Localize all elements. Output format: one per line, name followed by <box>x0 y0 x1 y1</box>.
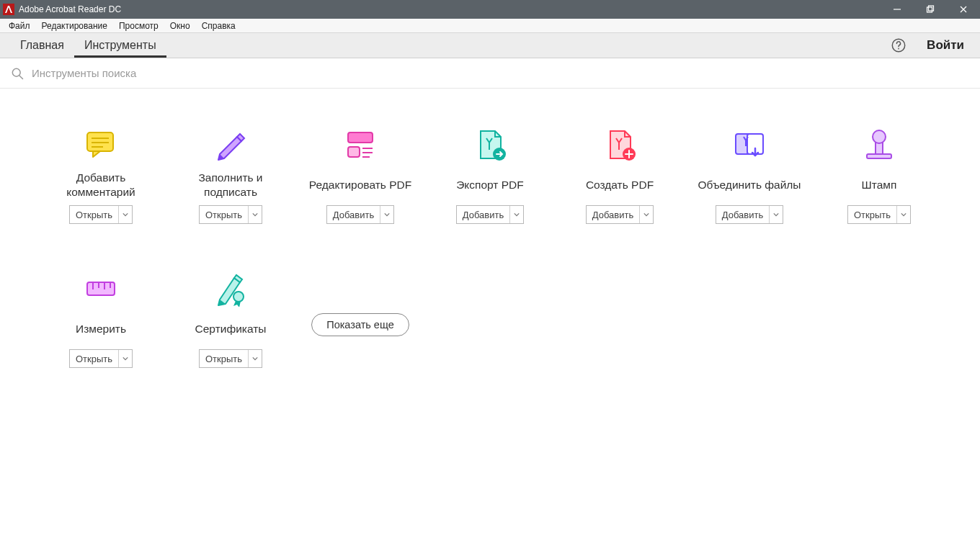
tool-action-button[interactable]: Открыть <box>199 349 262 368</box>
tool-action-label[interactable]: Открыть <box>200 350 249 367</box>
help-icon[interactable] <box>886 33 911 58</box>
tool-create-pdf: Создать PDFДобавить <box>555 122 685 266</box>
svg-point-27 <box>12 68 20 76</box>
tool-label: Штамп <box>858 171 901 199</box>
create-pdf-icon <box>602 125 638 165</box>
edit-pdf-icon <box>342 125 378 165</box>
show-more-wrap: Показать еще <box>295 266 425 410</box>
chevron-down-icon[interactable] <box>510 206 523 223</box>
export-pdf-icon <box>472 125 508 165</box>
certs-icon <box>213 269 249 309</box>
chevron-down-icon[interactable] <box>770 206 783 223</box>
tool-action-button[interactable]: Добавить <box>586 205 654 224</box>
app-icon <box>3 4 14 15</box>
tool-action-label[interactable]: Добавить <box>327 206 380 223</box>
tool-action-button[interactable]: Добавить <box>456 205 524 224</box>
tool-label: Объединить файлы <box>693 171 805 199</box>
tool-action-button[interactable]: Добавить <box>326 205 394 224</box>
fill-sign-icon <box>213 125 249 165</box>
chevron-down-icon[interactable] <box>119 206 132 223</box>
svg-line-28 <box>19 75 23 78</box>
menu-file[interactable]: Файл <box>3 19 36 33</box>
menu-help[interactable]: Справка <box>196 19 241 33</box>
measure-icon <box>83 269 119 309</box>
title-bar: Adobe Acrobat Reader DC <box>0 0 980 19</box>
tool-comment: Добавить комментарийОткрыть <box>36 122 166 266</box>
tool-certs: СертификатыОткрыть <box>166 266 295 410</box>
svg-rect-24 <box>929 6 934 11</box>
search-input[interactable] <box>32 67 320 79</box>
tool-action-button[interactable]: Открыть <box>69 349 133 368</box>
svg-point-26 <box>898 48 899 50</box>
tab-home[interactable]: Главная <box>10 33 74 58</box>
chevron-down-icon[interactable] <box>380 206 393 223</box>
close-button[interactable] <box>947 0 980 19</box>
tab-strip: Главная Инструменты Войти <box>0 33 980 58</box>
tool-action-label[interactable]: Добавить <box>716 206 770 223</box>
tool-action-label[interactable]: Открыть <box>848 206 897 223</box>
tool-fill-sign: Заполнить и подписатьОткрыть <box>166 122 295 266</box>
tool-label: Заполнить и подписать <box>194 171 267 199</box>
menu-bar: Файл Редактирование Просмотр Окно Справк… <box>0 19 980 33</box>
tool-action-button[interactable]: Добавить <box>716 205 783 224</box>
tool-action-label[interactable]: Добавить <box>457 206 510 223</box>
tool-measure: ИзмеритьОткрыть <box>36 266 166 410</box>
tool-action-label[interactable]: Открыть <box>70 206 119 223</box>
tool-action-button[interactable]: Открыть <box>847 205 911 224</box>
window-title: Adobe Acrobat Reader DC <box>19 4 121 14</box>
tool-label: Редактировать PDF <box>305 171 416 199</box>
tool-action-label[interactable]: Добавить <box>587 206 640 223</box>
tab-tools[interactable]: Инструменты <box>74 33 166 58</box>
svg-rect-23 <box>927 7 932 12</box>
show-more-button[interactable]: Показать еще <box>311 313 409 336</box>
stamp-icon <box>861 125 897 165</box>
tool-action-button[interactable]: Открыть <box>69 205 133 224</box>
chevron-down-icon[interactable] <box>897 206 910 223</box>
tool-stamp: ШтампОткрыть <box>814 122 944 266</box>
combine-icon <box>731 125 767 165</box>
minimize-button[interactable] <box>881 0 914 19</box>
search-icon <box>10 66 24 81</box>
tool-label: Экспорт PDF <box>452 171 528 199</box>
tool-export-pdf: Экспорт PDFДобавить <box>425 122 555 266</box>
maximize-button[interactable] <box>914 0 947 19</box>
tool-label: Создать PDF <box>582 171 658 199</box>
tool-label: Измерить <box>71 315 130 343</box>
tool-combine: Объединить файлыДобавить <box>685 122 814 266</box>
tool-action-button[interactable]: Открыть <box>199 205 262 224</box>
svg-point-25 <box>892 39 904 51</box>
menu-edit[interactable]: Редактирование <box>36 19 113 33</box>
chevron-down-icon[interactable] <box>249 350 262 367</box>
tool-action-label[interactable]: Открыть <box>200 206 249 223</box>
tool-label: Добавить комментарий <box>62 171 140 199</box>
sign-in-button[interactable]: Войти <box>911 33 980 58</box>
tool-edit-pdf: Редактировать PDFДобавить <box>295 122 425 266</box>
chevron-down-icon[interactable] <box>640 206 653 223</box>
menu-view[interactable]: Просмотр <box>113 19 164 33</box>
tool-action-label[interactable]: Открыть <box>70 350 119 367</box>
search-bar <box>0 58 980 89</box>
tools-grid: Добавить комментарийОткрытьЗаполнить и п… <box>0 89 980 410</box>
comment-icon <box>83 125 119 165</box>
menu-window[interactable]: Окно <box>164 19 196 33</box>
chevron-down-icon[interactable] <box>119 350 132 367</box>
chevron-down-icon[interactable] <box>249 206 262 223</box>
tool-label: Сертификаты <box>191 315 271 343</box>
